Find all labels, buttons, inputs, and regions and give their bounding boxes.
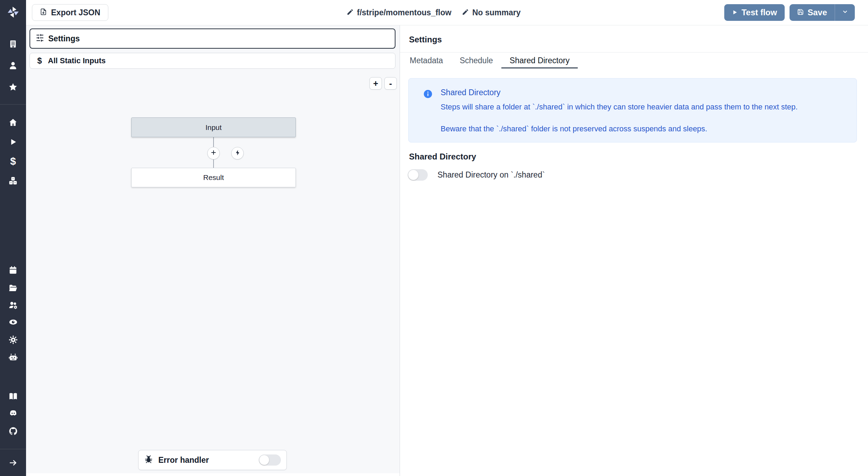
variables-dollar-icon[interactable]: $ bbox=[8, 156, 18, 166]
info-box-title: Shared Directory bbox=[441, 88, 501, 97]
shared-directory-section-title: Shared Directory bbox=[409, 152, 476, 162]
sidebar: $ bbox=[0, 0, 26, 476]
docs-book-icon[interactable] bbox=[8, 391, 18, 402]
result-node[interactable]: Result bbox=[131, 168, 296, 187]
topbar-actions: Test flow Save bbox=[724, 4, 855, 21]
error-handler-toggle[interactable] bbox=[259, 454, 281, 466]
all-static-inputs-label: All Static Inputs bbox=[48, 56, 106, 65]
sidebar-divider bbox=[0, 104, 26, 105]
info-box-line1: Steps will share a folder at `./shared` … bbox=[441, 102, 843, 112]
file-export-icon bbox=[40, 8, 47, 17]
building-icon[interactable] bbox=[8, 39, 18, 49]
flow-path: f/stripe/momentous_flow bbox=[357, 8, 451, 17]
settings-panel-title: Settings bbox=[409, 35, 442, 44]
flow-summary: No summary bbox=[472, 8, 520, 17]
shared-directory-info-box: Shared Directory Steps will share a fold… bbox=[408, 78, 857, 142]
trigger-bolt-button[interactable] bbox=[231, 147, 244, 159]
flow-canvas: Settings $ All Static Inputs + - Input R… bbox=[26, 25, 400, 476]
flow-path-edit[interactable]: f/stripe/momentous_flow bbox=[347, 8, 451, 17]
insert-step-button[interactable] bbox=[207, 147, 220, 159]
all-static-inputs-item[interactable]: $ All Static Inputs bbox=[30, 53, 395, 69]
bug-icon bbox=[144, 455, 153, 465]
audit-eye-icon[interactable] bbox=[8, 317, 18, 327]
shared-directory-toggle-row: Shared Directory on `./shared` bbox=[408, 169, 545, 181]
export-json-button[interactable]: Export JSON bbox=[32, 4, 108, 21]
play-icon bbox=[732, 8, 738, 17]
folder-open-icon[interactable] bbox=[8, 282, 18, 293]
zoom-out-button[interactable]: - bbox=[384, 77, 397, 90]
shared-directory-toggle-label: Shared Directory on `./shared` bbox=[437, 170, 545, 180]
flow-settings-label: Settings bbox=[48, 34, 80, 43]
zoom-in-button[interactable]: + bbox=[369, 77, 382, 90]
dollar-glyph: $ bbox=[10, 156, 16, 166]
tab-metadata[interactable]: Metadata bbox=[401, 52, 451, 68]
save-button-group: Save bbox=[790, 4, 855, 21]
dollar-icon: $ bbox=[35, 56, 44, 66]
tab-shared-directory[interactable]: Shared Directory bbox=[501, 52, 578, 68]
plus-icon bbox=[210, 149, 217, 157]
settings-tabs: Metadata Schedule Shared Directory bbox=[400, 52, 868, 68]
discord-icon[interactable] bbox=[8, 408, 18, 419]
input-node[interactable]: Input bbox=[131, 117, 296, 137]
lightning-bolt-icon bbox=[234, 149, 241, 157]
flow-identity: f/stripe/momentous_flow No summary bbox=[347, 0, 521, 25]
toggle-knob bbox=[408, 170, 418, 180]
windmill-flow-editor: $ bbox=[0, 0, 868, 476]
sliders-icon bbox=[36, 34, 44, 43]
flow-summary-edit[interactable]: No summary bbox=[462, 8, 520, 17]
test-flow-label: Test flow bbox=[742, 8, 777, 17]
home-icon[interactable] bbox=[8, 117, 18, 128]
tab-schedule[interactable]: Schedule bbox=[451, 52, 501, 68]
canvas-bottom-edge bbox=[26, 473, 400, 476]
groups-users-gear-icon[interactable] bbox=[8, 300, 18, 310]
toggle-knob bbox=[259, 455, 269, 465]
expand-arrow-right-icon[interactable] bbox=[8, 458, 18, 468]
resources-cubes-icon[interactable] bbox=[8, 175, 18, 186]
chevron-down-icon bbox=[842, 9, 848, 16]
info-box-line2: Beware that the `./shared` folder is not… bbox=[441, 124, 843, 133]
star-icon[interactable] bbox=[8, 82, 18, 92]
schedules-calendar-icon[interactable] bbox=[8, 265, 18, 275]
settings-panel: Settings Metadata Schedule Shared Direct… bbox=[400, 25, 868, 476]
settings-gear-icon[interactable] bbox=[8, 335, 18, 345]
windmill-logo-icon[interactable] bbox=[6, 5, 21, 20]
user-icon[interactable] bbox=[8, 60, 18, 71]
export-json-label: Export JSON bbox=[51, 8, 100, 17]
save-dropdown-button[interactable] bbox=[835, 4, 855, 21]
save-label: Save bbox=[808, 8, 827, 17]
pencil-icon bbox=[347, 8, 354, 17]
save-button[interactable]: Save bbox=[790, 4, 835, 21]
shared-directory-toggle[interactable] bbox=[408, 169, 428, 181]
save-disk-icon bbox=[797, 8, 804, 17]
info-icon bbox=[423, 89, 433, 100]
runs-play-icon[interactable] bbox=[8, 137, 18, 147]
test-flow-button[interactable]: Test flow bbox=[724, 4, 785, 21]
error-handler-item[interactable]: Error handler bbox=[138, 450, 287, 470]
pencil-icon bbox=[462, 8, 469, 17]
github-icon[interactable] bbox=[8, 426, 18, 436]
topbar: Export JSON f/stripe/momentous_flow No s… bbox=[26, 0, 868, 25]
error-handler-label: Error handler bbox=[158, 456, 209, 465]
sidebar-divider bbox=[0, 449, 26, 449]
flow-settings-item[interactable]: Settings bbox=[30, 28, 395, 49]
ai-robot-icon[interactable] bbox=[8, 352, 18, 363]
